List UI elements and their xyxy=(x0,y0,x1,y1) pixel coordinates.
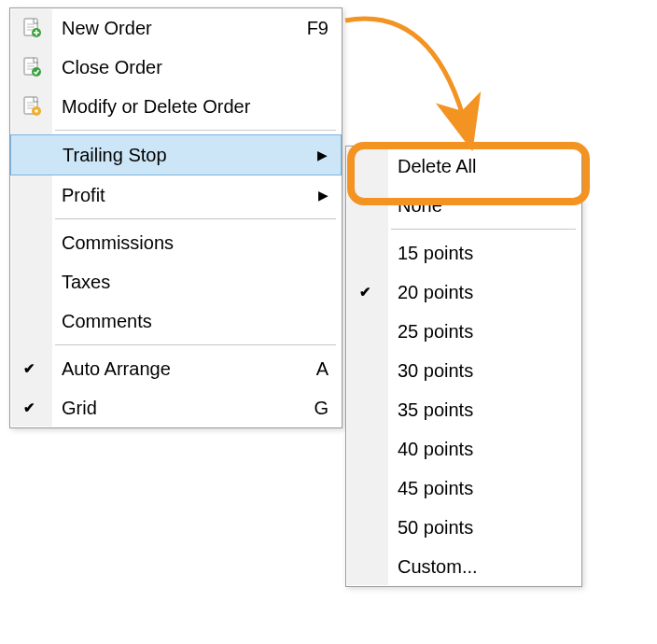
svg-point-11 xyxy=(32,67,41,77)
menu-item-trailing-stop[interactable]: Trailing Stop ▶ xyxy=(10,134,342,175)
document-plus-icon xyxy=(21,17,43,39)
submenu-item-delete-all[interactable]: Delete All xyxy=(346,147,581,186)
menu-item-close-order[interactable]: Close Order xyxy=(10,48,342,87)
menu-item-label: 50 points xyxy=(398,517,568,539)
menu-item-label: Commissions xyxy=(62,232,328,254)
submenu-item-40-points[interactable]: 40 points xyxy=(346,429,581,469)
check-icon: ✔ xyxy=(359,284,371,301)
menu-item-modify-order[interactable]: Modify or Delete Order xyxy=(10,87,342,126)
menu-item-grid[interactable]: ✔ Grid G xyxy=(10,388,342,427)
menu-separator xyxy=(55,344,336,345)
menu-item-label: Auto Arrange xyxy=(62,358,316,380)
menu-item-label: Comments xyxy=(62,311,328,332)
submenu-item-50-points[interactable]: 50 points xyxy=(346,508,581,547)
svg-point-17 xyxy=(35,109,38,113)
check-icon: ✔ xyxy=(23,399,35,416)
menu-item-label: Custom... xyxy=(398,556,568,578)
menu-item-label: Trailing Stop xyxy=(63,145,317,166)
trailing-stop-submenu: Delete All None 15 points ✔ 20 points 25… xyxy=(345,146,582,587)
menu-item-label: Delete All xyxy=(398,156,568,177)
menu-item-commissions[interactable]: Commissions xyxy=(10,223,342,262)
menu-item-label: 20 points xyxy=(398,282,568,303)
menu-item-label: Close Order xyxy=(62,57,328,78)
menu-item-comments[interactable]: Comments xyxy=(10,301,342,341)
menu-item-profit[interactable]: Profit ▶ xyxy=(10,175,342,215)
menu-item-shortcut: G xyxy=(314,398,328,419)
context-menu: New Order F9 Close Order xyxy=(9,7,342,428)
menu-item-shortcut: F9 xyxy=(307,18,328,39)
document-check-icon xyxy=(21,56,43,78)
menu-item-taxes[interactable]: Taxes xyxy=(10,262,342,301)
submenu-arrow-icon: ▶ xyxy=(318,188,328,203)
menu-item-label: 15 points xyxy=(398,243,568,264)
menu-item-label: Profit xyxy=(62,185,318,206)
menu-separator xyxy=(55,130,336,131)
menu-item-shortcut: A xyxy=(316,358,328,380)
menu-item-label: 45 points xyxy=(398,478,568,499)
submenu-item-45-points[interactable]: 45 points xyxy=(346,469,581,508)
submenu-item-35-points[interactable]: 35 points xyxy=(346,390,581,429)
submenu-item-none[interactable]: None xyxy=(346,186,581,225)
submenu-item-15-points[interactable]: 15 points xyxy=(346,233,581,273)
annotation-arrow-icon xyxy=(336,9,523,149)
submenu-item-25-points[interactable]: 25 points xyxy=(346,312,581,351)
menu-item-label: 25 points xyxy=(398,321,568,343)
menu-separator xyxy=(55,218,336,219)
menu-item-label: 40 points xyxy=(398,439,568,460)
submenu-item-custom[interactable]: Custom... xyxy=(346,547,581,586)
submenu-item-30-points[interactable]: 30 points xyxy=(346,351,581,390)
menu-item-label: Taxes xyxy=(62,272,328,293)
document-gear-icon xyxy=(21,95,43,118)
menu-separator xyxy=(391,229,576,230)
menu-item-label: Modify or Delete Order xyxy=(62,96,328,118)
menu-item-label: 35 points xyxy=(398,399,568,421)
submenu-arrow-icon: ▶ xyxy=(317,147,328,162)
menu-item-auto-arrange[interactable]: ✔ Auto Arrange A xyxy=(10,349,342,388)
menu-item-new-order[interactable]: New Order F9 xyxy=(10,8,342,48)
menu-item-label: 30 points xyxy=(398,360,568,382)
menu-item-label: New Order xyxy=(62,18,307,39)
submenu-item-20-points[interactable]: ✔ 20 points xyxy=(346,273,581,312)
menu-item-label: Grid xyxy=(62,398,314,419)
menu-item-label: None xyxy=(398,195,568,217)
check-icon: ✔ xyxy=(23,360,35,377)
